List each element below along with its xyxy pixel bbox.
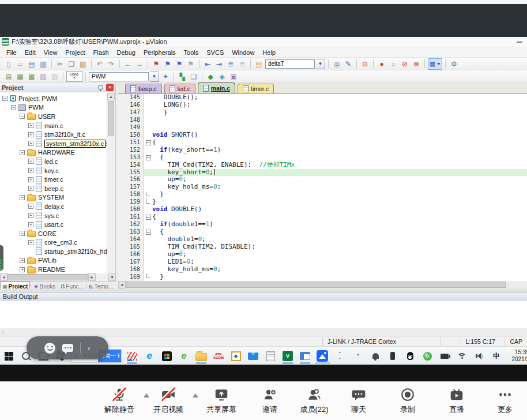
breakpoint-icon[interactable]: ● [377, 59, 387, 69]
tree-item-user[interactable]: −USER [0, 112, 107, 121]
breakpoint-kill-all-icon[interactable]: ⊗ [411, 59, 421, 69]
expand-toggle-icon[interactable]: + [28, 177, 33, 182]
build-output-body[interactable] [0, 301, 527, 329]
search-combobox[interactable]: deltaT [265, 59, 315, 69]
editor-tab-main-c[interactable]: main.c [198, 82, 235, 93]
fold-collapse-icon[interactable]: − [146, 155, 151, 160]
share-screen-button[interactable]: 共享屏幕 [195, 387, 247, 415]
find-icon[interactable]: ⊙ [360, 59, 370, 69]
taskbar-app-vswindow-icon[interactable] [298, 348, 313, 364]
taskbar-app-atk-icon[interactable]: ATKXCOM [211, 348, 226, 364]
menu-window[interactable]: Window [228, 49, 258, 56]
fold-column[interactable]: − [144, 155, 152, 160]
tree-item-readme[interactable]: +README [0, 265, 107, 273]
window-layout-button[interactable]: ▦▼ [428, 58, 442, 70]
expand-toggle-icon[interactable]: + [20, 258, 25, 263]
download-flash-button[interactable]: LOAD▼ [66, 71, 82, 82]
breakpoint-disable-all-icon[interactable]: ⊘ [400, 59, 410, 69]
tree-item-startup-stm32f10x-hd-[interactable]: startup_stm32f10x_hd. [0, 247, 107, 256]
taskbar-app-folder-icon[interactable] [194, 348, 209, 364]
menu-project[interactable]: Project [61, 49, 89, 56]
tree-item-delay-c[interactable]: +delay.c [0, 202, 107, 211]
menu-svcs[interactable]: SVCS [202, 49, 228, 56]
menu-debug[interactable]: Debug [113, 49, 140, 56]
expand-toggle-icon[interactable]: + [28, 168, 33, 173]
rebuild-icon[interactable]: ▩ [27, 72, 37, 82]
search-dropdown-button[interactable]: ▼ [316, 59, 325, 69]
menu-help[interactable]: Help [258, 49, 280, 56]
annotate-icon[interactable]: ✎ [343, 59, 353, 69]
bookmark-next-icon[interactable]: ⚑ [174, 59, 185, 69]
code-line-152[interactable]: 152 if(key_short==1) [118, 147, 527, 154]
fold-column[interactable] [144, 199, 152, 206]
tray-ime-indicator[interactable]: 中 [489, 348, 504, 364]
build-output-scrollbar[interactable]: ‹ [0, 328, 527, 336]
fold-column[interactable]: − [144, 140, 152, 145]
manage-layers-icon[interactable]: ◈ [217, 72, 227, 82]
taskbar-app-iegreen-icon[interactable]: e [176, 348, 191, 364]
tray-qq-icon[interactable] [402, 348, 417, 364]
menu-tools[interactable]: Tools [180, 49, 203, 56]
tree-item-key-c[interactable]: +key.c [0, 166, 107, 175]
quick-chat-icon[interactable] [62, 344, 73, 352]
scroll-up-button[interactable]: ▲ [107, 93, 115, 100]
tree-item-main-c[interactable]: +main.c [0, 121, 107, 130]
menu-edit[interactable]: Edit [21, 49, 40, 56]
editor-tab-beep-c[interactable]: beep.c [125, 84, 162, 93]
copy-icon[interactable]: ❏ [66, 59, 77, 69]
expand-toggle-icon[interactable]: − [20, 231, 25, 236]
redo-icon[interactable]: ↷ [106, 59, 116, 69]
fold-collapse-icon[interactable]: − [146, 215, 151, 220]
tree-item-label-edit[interactable]: system_stm32f10x.c [44, 140, 106, 148]
tree-item-timer-c[interactable]: +timer.c [0, 175, 107, 184]
batch-setup-icon[interactable]: ▨ [50, 72, 60, 82]
tree-horizontal-scrollbar[interactable]: ◄ ► ▼ [0, 273, 116, 281]
live-button[interactable]: 直播 [431, 387, 483, 415]
editor-tab-timer-c[interactable]: timer.c [238, 84, 274, 93]
fold-collapse-icon[interactable]: − [146, 230, 151, 235]
undo-icon[interactable]: ↶ [95, 59, 105, 69]
collapse-chevron-icon[interactable]: ‹ [88, 344, 90, 352]
scroll-left-button[interactable]: ◄ [0, 273, 7, 281]
code-line-146[interactable]: 146 LONG(); [118, 102, 527, 109]
taskbar-app-keil-icon[interactable]: V [280, 348, 295, 364]
scroll-right-button[interactable]: ► [88, 273, 96, 281]
expand-toggle-icon[interactable]: + [28, 132, 33, 137]
menu-view[interactable]: View [40, 49, 62, 56]
expand-toggle-icon[interactable]: + [28, 213, 33, 218]
tray-chevron-icon[interactable]: ⌃ [351, 348, 366, 364]
session-icon[interactable]: ▤ [254, 59, 264, 69]
scroll-left-button[interactable]: ◄ [118, 281, 126, 288]
chat-button[interactable]: 聊天 [333, 387, 385, 415]
fold-column[interactable]: − [144, 230, 152, 235]
expand-toggle-icon[interactable]: + [28, 204, 33, 209]
target-combobox[interactable]: PWM [89, 72, 149, 81]
indent-right-icon[interactable]: ⇥ [214, 59, 224, 69]
fold-column[interactable] [144, 273, 152, 280]
configure-wrench-icon[interactable]: ⚙ [449, 59, 459, 69]
panel-splitter[interactable] [0, 288, 527, 292]
target-dropdown-button[interactable]: ▼ [150, 72, 159, 82]
tree-vertical-scrollbar[interactable]: ▲ [107, 93, 115, 273]
tree-item-core-cm3-c[interactable]: +core_cm3.c [0, 238, 107, 247]
scroll-thumb[interactable] [7, 274, 88, 280]
bookmark-prev-icon[interactable]: ⚑ [163, 59, 173, 69]
tree-item-hardware[interactable]: −HARDWARE [0, 148, 107, 158]
tray-battery-icon[interactable] [437, 348, 452, 364]
code-line-160[interactable]: 160void DOUBLE() [118, 206, 527, 213]
expand-toggle-icon[interactable]: − [11, 105, 16, 110]
tray-safe360-icon[interactable]: ↻ [420, 348, 435, 364]
tree-item-system-stm32f10x-c[interactable]: +system_stm32f10x.c x.c [0, 139, 107, 148]
taskbar-app-meeting-icon[interactable] [315, 348, 330, 364]
taskbar-app-eagle-icon[interactable]: ◆ [228, 348, 243, 364]
new-file-icon[interactable]: ▯ [3, 59, 14, 69]
tray-phone-icon[interactable] [385, 348, 400, 364]
tree-item-core[interactable]: −CORE [0, 229, 107, 238]
manage-components-icon[interactable]: ▚ [177, 72, 187, 82]
tree-item-stm32f10x-it-c[interactable]: +stm32f10x_it.c [0, 130, 107, 139]
code-line-169[interactable]: 169 } [118, 273, 527, 281]
code-editor[interactable]: 145 DOUBLE();146 LONG();147 }148149150vo… [118, 94, 527, 281]
pin-icon[interactable] [98, 85, 103, 90]
save-icon[interactable]: ▤ [27, 59, 37, 69]
editor-tab-led-c[interactable]: led.c [164, 84, 195, 93]
